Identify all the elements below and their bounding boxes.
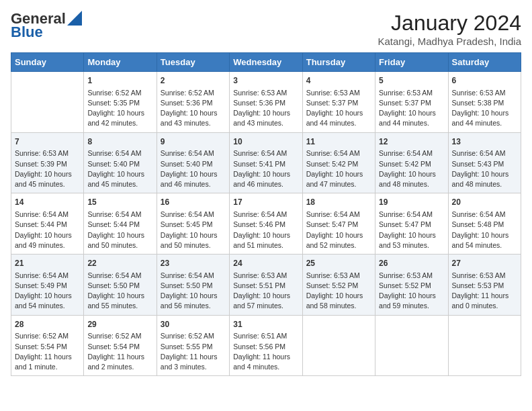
day-number: 30 [161,319,226,330]
day-cell [11,72,84,133]
day-cell: 10Sunrise: 6:54 AM Sunset: 5:41 PM Dayli… [230,132,302,193]
day-number: 13 [452,136,517,148]
day-number: 22 [87,258,152,269]
day-number: 19 [379,197,444,208]
day-cell: 23Sunrise: 6:54 AM Sunset: 5:50 PM Dayli… [157,255,229,316]
day-cell: 31Sunrise: 6:51 AM Sunset: 5:56 PM Dayli… [230,315,302,376]
day-cell [302,315,375,376]
svg-marker-0 [67,11,82,26]
day-cell: 30Sunrise: 6:52 AM Sunset: 5:55 PM Dayli… [157,315,229,376]
day-info: Sunrise: 6:51 AM Sunset: 5:56 PM Dayligh… [233,331,298,372]
logo: General Blue [11,11,82,41]
day-cell [448,315,521,376]
day-number: 1 [87,75,152,87]
day-header-tuesday: Tuesday [157,53,229,72]
day-info: Sunrise: 6:52 AM Sunset: 5:55 PM Dayligh… [161,331,226,372]
day-info: Sunrise: 6:53 AM Sunset: 5:52 PM Dayligh… [306,271,371,312]
week-row-5: 28Sunrise: 6:52 AM Sunset: 5:54 PM Dayli… [11,315,521,376]
calendar-header-row: SundayMondayTuesdayWednesdayThursdayFrid… [11,53,521,72]
day-info: Sunrise: 6:54 AM Sunset: 5:40 PM Dayligh… [87,148,152,189]
day-info: Sunrise: 6:54 AM Sunset: 5:42 PM Dayligh… [306,148,371,189]
day-info: Sunrise: 6:54 AM Sunset: 5:43 PM Dayligh… [452,148,517,189]
day-cell: 19Sunrise: 6:54 AM Sunset: 5:47 PM Dayli… [375,193,448,255]
day-info: Sunrise: 6:53 AM Sunset: 5:36 PM Dayligh… [233,88,298,129]
day-cell: 12Sunrise: 6:54 AM Sunset: 5:42 PM Dayli… [375,132,448,193]
day-number: 17 [233,197,298,208]
title-block: January 2024 Katangi, Madhya Pradesh, In… [378,11,521,47]
day-cell: 27Sunrise: 6:53 AM Sunset: 5:53 PM Dayli… [448,255,521,316]
day-info: Sunrise: 6:54 AM Sunset: 5:50 PM Dayligh… [87,271,152,312]
day-number: 10 [233,136,298,148]
day-info: Sunrise: 6:54 AM Sunset: 5:49 PM Dayligh… [15,271,80,312]
day-number: 12 [379,136,444,148]
day-info: Sunrise: 6:54 AM Sunset: 5:44 PM Dayligh… [87,210,152,250]
day-cell: 29Sunrise: 6:52 AM Sunset: 5:54 PM Dayli… [84,315,157,376]
day-header-wednesday: Wednesday [230,53,302,72]
calendar-title: January 2024 [378,11,521,36]
logo-blue: Blue [11,24,43,40]
day-cell: 13Sunrise: 6:54 AM Sunset: 5:43 PM Dayli… [448,132,521,193]
day-number: 20 [452,197,517,208]
day-header-thursday: Thursday [302,53,375,72]
day-number: 14 [15,197,80,208]
day-cell: 3Sunrise: 6:53 AM Sunset: 5:36 PM Daylig… [230,72,302,133]
day-cell: 28Sunrise: 6:52 AM Sunset: 5:54 PM Dayli… [11,315,84,376]
day-info: Sunrise: 6:54 AM Sunset: 5:41 PM Dayligh… [233,148,298,189]
day-number: 7 [15,136,80,148]
day-header-sunday: Sunday [11,53,84,72]
day-info: Sunrise: 6:54 AM Sunset: 5:47 PM Dayligh… [379,210,444,250]
calendar-table: SundayMondayTuesdayWednesdayThursdayFrid… [11,52,521,376]
day-number: 8 [87,136,152,148]
day-info: Sunrise: 6:53 AM Sunset: 5:51 PM Dayligh… [233,271,298,312]
day-number: 21 [15,258,80,269]
day-cell: 24Sunrise: 6:53 AM Sunset: 5:51 PM Dayli… [230,255,302,316]
day-cell: 1Sunrise: 6:52 AM Sunset: 5:35 PM Daylig… [84,72,157,133]
day-info: Sunrise: 6:54 AM Sunset: 5:46 PM Dayligh… [233,210,298,250]
calendar-subtitle: Katangi, Madhya Pradesh, India [378,36,521,47]
day-cell: 20Sunrise: 6:54 AM Sunset: 5:48 PM Dayli… [448,193,521,255]
day-cell: 7Sunrise: 6:53 AM Sunset: 5:39 PM Daylig… [11,132,84,193]
day-cell: 21Sunrise: 6:54 AM Sunset: 5:49 PM Dayli… [11,255,84,316]
day-info: Sunrise: 6:54 AM Sunset: 5:48 PM Dayligh… [452,210,517,250]
day-number: 6 [452,75,517,87]
day-number: 23 [161,258,226,269]
day-header-saturday: Saturday [448,53,521,72]
day-info: Sunrise: 6:53 AM Sunset: 5:52 PM Dayligh… [379,271,444,312]
day-number: 16 [161,197,226,208]
day-info: Sunrise: 6:52 AM Sunset: 5:36 PM Dayligh… [161,88,226,129]
day-number: 28 [15,319,80,330]
day-info: Sunrise: 6:54 AM Sunset: 5:42 PM Dayligh… [379,148,444,189]
day-number: 24 [233,258,298,269]
day-info: Sunrise: 6:53 AM Sunset: 5:39 PM Dayligh… [15,148,80,189]
page-header: General Blue January 2024 Katangi, Madhy… [11,11,521,47]
day-cell: 18Sunrise: 6:54 AM Sunset: 5:47 PM Dayli… [302,193,375,255]
day-cell: 11Sunrise: 6:54 AM Sunset: 5:42 PM Dayli… [302,132,375,193]
day-cell: 22Sunrise: 6:54 AM Sunset: 5:50 PM Dayli… [84,255,157,316]
day-number: 25 [306,258,371,269]
day-cell: 25Sunrise: 6:53 AM Sunset: 5:52 PM Dayli… [302,255,375,316]
day-number: 9 [161,136,226,148]
day-number: 3 [233,75,298,87]
week-row-3: 14Sunrise: 6:54 AM Sunset: 5:44 PM Dayli… [11,193,521,255]
day-header-friday: Friday [375,53,448,72]
day-number: 4 [306,75,371,87]
day-info: Sunrise: 6:54 AM Sunset: 5:50 PM Dayligh… [161,271,226,312]
day-number: 5 [379,75,444,87]
day-info: Sunrise: 6:54 AM Sunset: 5:45 PM Dayligh… [161,210,226,250]
day-info: Sunrise: 6:53 AM Sunset: 5:38 PM Dayligh… [452,88,517,129]
day-info: Sunrise: 6:53 AM Sunset: 5:37 PM Dayligh… [306,88,371,129]
day-cell [375,315,448,376]
day-number: 15 [87,197,152,208]
day-info: Sunrise: 6:54 AM Sunset: 5:44 PM Dayligh… [15,210,80,250]
day-number: 27 [452,258,517,269]
day-number: 11 [306,136,371,148]
day-cell: 14Sunrise: 6:54 AM Sunset: 5:44 PM Dayli… [11,193,84,255]
day-info: Sunrise: 6:52 AM Sunset: 5:35 PM Dayligh… [87,88,152,129]
day-info: Sunrise: 6:54 AM Sunset: 5:47 PM Dayligh… [306,210,371,250]
day-number: 2 [161,75,226,87]
day-cell: 8Sunrise: 6:54 AM Sunset: 5:40 PM Daylig… [84,132,157,193]
day-cell: 17Sunrise: 6:54 AM Sunset: 5:46 PM Dayli… [230,193,302,255]
day-cell: 4Sunrise: 6:53 AM Sunset: 5:37 PM Daylig… [302,72,375,133]
logo-triangle-icon [67,11,82,26]
day-cell: 6Sunrise: 6:53 AM Sunset: 5:38 PM Daylig… [448,72,521,133]
